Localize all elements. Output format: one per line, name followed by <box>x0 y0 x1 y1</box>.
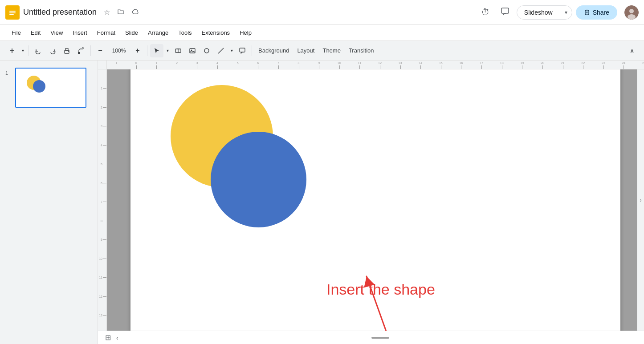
slide-panel-toggle-button[interactable]: ‹ <box>116 334 118 341</box>
shape-button[interactable] <box>200 44 213 57</box>
collapse-toolbar-button[interactable]: ∧ <box>625 44 639 57</box>
comment-button[interactable] <box>497 3 513 21</box>
redo-button[interactable] <box>46 44 59 57</box>
main-area: 1 -1012345678910111213141516171819202122… <box>0 61 644 344</box>
menu-insert[interactable]: Insert <box>68 28 92 38</box>
line-caret[interactable]: ▾ <box>228 44 235 57</box>
right-panel-toggle[interactable]: › <box>637 69 644 331</box>
horizontal-ruler: -101234567891011121314151617181920212223… <box>116 61 644 69</box>
thumb-blue-circle <box>33 80 45 93</box>
slides-panel: 1 <box>0 61 98 344</box>
zoom-level-button[interactable]: 100% <box>108 44 130 57</box>
svg-rect-18 <box>190 49 195 53</box>
toolbar-separator-4 <box>252 45 252 56</box>
slide-thumbnail-1[interactable] <box>15 68 86 108</box>
select-tool-button[interactable] <box>150 44 163 57</box>
bottom-bar: ⊞ ‹ <box>98 331 644 344</box>
menu-tools[interactable]: Tools <box>174 28 196 38</box>
folder-icon[interactable] <box>115 6 126 19</box>
background-button[interactable]: Background <box>255 44 293 57</box>
add-button[interactable] <box>5 44 19 57</box>
slideshow-caret-button[interactable]: ▾ <box>560 6 572 19</box>
grid-view-button[interactable]: ⊞ <box>105 333 111 342</box>
slide-number-1: 1 <box>5 70 12 76</box>
svg-rect-2 <box>9 12 16 13</box>
doc-title[interactable]: Untitled presentation <box>23 8 97 17</box>
zoom-in-button[interactable]: + <box>131 44 144 57</box>
menu-extensions[interactable]: Extensions <box>197 28 235 38</box>
svg-rect-1 <box>9 11 16 12</box>
svg-rect-3 <box>9 14 14 15</box>
toolbar-separator-3 <box>147 45 147 56</box>
menu-file[interactable]: File <box>7 28 25 38</box>
toolbar: ▾ − 100% + ▾ ▾ Background Layout Theme T… <box>0 41 644 61</box>
svg-point-8 <box>628 14 636 20</box>
app-icon <box>5 5 20 20</box>
slide-canvas[interactable]: Insert the shape › <box>107 69 644 331</box>
menu-arrange[interactable]: Arrange <box>143 28 173 38</box>
cloud-save-icon[interactable] <box>130 6 141 19</box>
svg-point-7 <box>629 9 634 13</box>
add-caret[interactable]: ▾ <box>20 44 26 57</box>
text-box-button[interactable] <box>171 44 185 57</box>
scroll-indicator <box>371 337 389 339</box>
blue-circle-shape[interactable] <box>211 132 306 227</box>
theme-button[interactable]: Theme <box>319 44 344 57</box>
insert-text-annotation: Insert the shape <box>326 281 435 298</box>
toolbar-separator-1 <box>29 45 29 56</box>
transition-button[interactable]: Transition <box>345 44 378 57</box>
svg-rect-22 <box>240 48 245 52</box>
zoom-out-button[interactable]: − <box>94 44 107 57</box>
menu-slide[interactable]: Slide <box>121 28 143 38</box>
slideshow-group: Slideshow ▾ <box>517 5 572 20</box>
svg-rect-14 <box>78 52 80 54</box>
slide-content: Insert the shape <box>130 69 620 331</box>
svg-point-20 <box>204 49 209 53</box>
select-caret[interactable]: ▾ <box>164 44 171 57</box>
toolbar-separator-2 <box>90 45 91 56</box>
undo-button[interactable] <box>32 44 45 57</box>
svg-rect-4 <box>501 8 509 13</box>
slideshow-button[interactable]: Slideshow <box>517 6 560 19</box>
menu-edit[interactable]: Edit <box>26 28 45 38</box>
svg-rect-12 <box>65 49 68 50</box>
image-button[interactable] <box>186 44 199 57</box>
share-button[interactable]: Share <box>576 5 617 20</box>
layout-button[interactable]: Layout <box>293 44 318 57</box>
star-icon[interactable]: ☆ <box>102 6 112 18</box>
slide-item-1[interactable]: 1 <box>4 66 94 109</box>
comment-toolbar-button[interactable] <box>236 44 249 57</box>
vertical-ruler: 1234567891011121314 <box>98 69 107 331</box>
menu-help[interactable]: Help <box>235 28 256 38</box>
svg-rect-5 <box>585 10 589 15</box>
menu-view[interactable]: View <box>46 28 67 38</box>
svg-point-13 <box>68 51 69 52</box>
share-label: Share <box>593 9 609 16</box>
history-button[interactable]: ⏱ <box>477 4 493 21</box>
line-button[interactable] <box>214 44 228 57</box>
user-avatar[interactable] <box>624 5 639 20</box>
menu-bar: File Edit View Insert Format Slide Arran… <box>0 25 644 41</box>
svg-line-21 <box>218 48 224 53</box>
paint-format-button[interactable] <box>74 44 88 57</box>
canvas-area: -101234567891011121314151617181920212223… <box>98 61 644 344</box>
print-button[interactable] <box>60 44 73 57</box>
menu-format[interactable]: Format <box>93 28 120 38</box>
